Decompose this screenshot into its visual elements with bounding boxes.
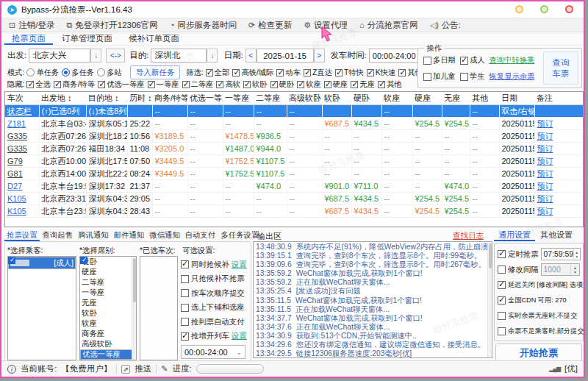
- date-value[interactable]: 2025-01-15: [257, 49, 314, 63]
- seat-class-item[interactable]: 优选一等座: [80, 349, 136, 360]
- book-link[interactable]: 预订: [537, 194, 553, 203]
- next-date-button[interactable]: >: [314, 49, 325, 63]
- tab-other-settings[interactable]: 其他设置: [536, 229, 577, 241]
- checkbox[interactable]: [181, 318, 189, 326]
- filter-option[interactable]: 商务/特等: [54, 79, 95, 90]
- book-link[interactable]: 预订: [537, 207, 553, 216]
- query-tickets-button[interactable]: 查询车票: [543, 51, 578, 85]
- radio[interactable]: [26, 68, 35, 76]
- seat-class-item[interactable]: 一等座: [80, 288, 136, 298]
- down-arrow-icon[interactable]: ▼: [573, 270, 577, 274]
- col-header-note[interactable]: 备注: [534, 92, 583, 105]
- settings-tab[interactable]: 查询起售: [40, 229, 76, 241]
- page-tab[interactable]: 订单管理页面: [54, 32, 120, 45]
- checkbox[interactable]: [54, 81, 61, 88]
- settings-tab[interactable]: 自动支付: [183, 229, 218, 241]
- booking-option[interactable]: 只抢候补不抢票: [181, 272, 251, 287]
- settings-tab[interactable]: 腾讯通知: [76, 229, 111, 241]
- checkbox[interactable]: [498, 327, 506, 335]
- col-header-departure[interactable]: 出发地 ↕: [39, 92, 86, 105]
- checkbox[interactable]: [498, 296, 506, 305]
- settings-tab[interactable]: 多任务设置: [218, 229, 261, 241]
- transfer-query-link[interactable]: 查询中转换乘: [489, 55, 534, 65]
- book-link[interactable]: 预订: [537, 132, 553, 140]
- checkbox[interactable]: [181, 289, 189, 297]
- scrollbar-thumb[interactable]: [133, 258, 136, 302]
- toolbar-item[interactable]: ⟳检查更新: [248, 20, 292, 31]
- booking-option[interactable]: 抢到票自动支付: [181, 315, 251, 330]
- booking-option[interactable]: 按车次顺序提交: [181, 286, 251, 301]
- checkbox[interactable]: [498, 250, 506, 258]
- checkbox[interactable]: [148, 81, 155, 88]
- train-link[interactable]: G81: [7, 169, 23, 178]
- page-tab[interactable]: 抢票页面: [4, 32, 53, 45]
- book-link[interactable]: 预订: [537, 169, 553, 178]
- filter-option[interactable]: 动车: [276, 68, 301, 78]
- book-link[interactable]: 预订: [537, 144, 553, 153]
- passenger-list[interactable]: [成人]: [7, 256, 76, 360]
- value-spinner[interactable]: 07:59:59▲▼: [541, 248, 581, 260]
- col-header-seat-first[interactable]: 一等座: [223, 92, 254, 105]
- spinner-arrows[interactable]: ▲▼: [573, 249, 580, 260]
- filter-option[interactable]: 其他: [378, 79, 402, 90]
- checkbox[interactable]: [26, 81, 34, 88]
- selected-trains-list[interactable]: [140, 256, 178, 360]
- seat-class-item[interactable]: 无座: [80, 298, 136, 308]
- general-setting[interactable]: 全国CDN 可用: 270: [498, 293, 580, 308]
- train-link[interactable]: K105: [7, 207, 26, 216]
- checkbox[interactable]: [232, 69, 240, 76]
- checkbox[interactable]: [206, 69, 213, 76]
- col-header-seat-second[interactable]: 二等座: [254, 92, 287, 105]
- col-header-duration[interactable]: 历时 ↕: [127, 92, 152, 105]
- filter-option[interactable]: 学生: [460, 71, 485, 82]
- push-label[interactable]: 推送: [135, 363, 151, 374]
- checkbox[interactable]: [423, 57, 431, 65]
- settings-tab[interactable]: 抢票设置: [4, 229, 40, 241]
- train-link[interactable]: G79: [7, 157, 23, 165]
- swap-stations-button[interactable]: <->: [106, 49, 125, 63]
- down-arrow-icon[interactable]: ▼: [575, 254, 578, 259]
- scrollbar[interactable]: [132, 257, 136, 360]
- seat-class-item[interactable]: 二等座: [80, 277, 136, 288]
- filter-option[interactable]: 软座: [297, 79, 321, 90]
- from-dropdown-button[interactable]: ↓: [90, 49, 101, 63]
- settings-tab[interactable]: 邮件通知: [112, 229, 147, 241]
- minimize-button[interactable]: [515, 5, 523, 13]
- status-cell-train-number[interactable]: 状态栏: [5, 105, 39, 118]
- filter-option[interactable]: 成人: [460, 55, 485, 65]
- radio[interactable]: [97, 68, 105, 76]
- general-setting[interactable]: 余票不足乘客时,部分提交: [498, 324, 580, 339]
- filter-option[interactable]: 高铁/城际: [232, 68, 273, 78]
- to-input[interactable]: [151, 49, 207, 63]
- import-task-button[interactable]: 导入新任务: [130, 65, 181, 79]
- depart-time-select[interactable]: 00:00-24:00 ⌄: [369, 49, 425, 63]
- from-input[interactable]: [29, 49, 90, 63]
- seat-class-item[interactable]: 高级软卧: [80, 339, 136, 349]
- col-header-seat-other[interactable]: 其他: [470, 92, 499, 105]
- general-setting[interactable]: 定时抢票07:59:59▲▼: [498, 246, 580, 262]
- checkbox[interactable]: [460, 73, 468, 81]
- filter-option[interactable]: K快速: [367, 68, 395, 78]
- seat-class-item[interactable]: 商务座: [80, 329, 136, 339]
- filter-option[interactable]: 全选: [26, 79, 51, 90]
- col-header-seat-soft-sleeper[interactable]: 软卧: [322, 92, 351, 105]
- seat-class-item[interactable]: 硬座: [80, 267, 136, 277]
- toolbar-item[interactable]: ⧉免登录打开12306官网: [66, 20, 157, 31]
- train-link[interactable]: Z181: [7, 119, 26, 128]
- train-link[interactable]: D27: [7, 182, 22, 190]
- scrollbar-thumb[interactable]: [489, 243, 492, 268]
- filter-option[interactable]: 无座: [351, 79, 375, 90]
- col-header-seat-hard-sleeper[interactable]: 硬卧: [351, 92, 381, 105]
- col-header-train-number[interactable]: 车次: [5, 92, 39, 105]
- checkbox[interactable]: [351, 81, 358, 88]
- checkbox[interactable]: [304, 69, 311, 76]
- filter-option[interactable]: Z直达: [304, 68, 332, 78]
- col-header-seat-standing[interactable]: 无座: [442, 92, 470, 105]
- increase-train-time-select[interactable]: 00:00-24:00 ⌄: [181, 345, 245, 359]
- train-link[interactable]: G335: [7, 132, 27, 140]
- mode-radio[interactable]: 单任务: [26, 68, 59, 78]
- checkbox[interactable]: [181, 304, 189, 312]
- filter-option[interactable]: 硬卧: [270, 79, 295, 90]
- page-tab[interactable]: 候补订单页面: [121, 32, 187, 45]
- checkbox[interactable]: [181, 275, 189, 283]
